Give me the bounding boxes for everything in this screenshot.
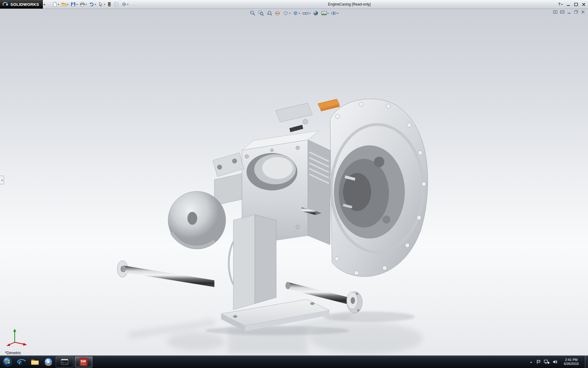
- taskbar-clock[interactable]: 2:41 PM 6/26/2015: [561, 358, 582, 366]
- select-button[interactable]: ▾: [97, 1, 106, 7]
- hide-show-glasses-icon: [302, 10, 309, 16]
- apply-scene-button[interactable]: ▾: [320, 10, 329, 17]
- maximize-button[interactable]: [574, 3, 578, 6]
- feature-manager-collapse-tab[interactable]: ◂: [0, 176, 4, 184]
- svg-text:e: e: [18, 358, 22, 366]
- minimize-button[interactable]: [567, 3, 570, 6]
- undo-icon: [89, 2, 94, 7]
- start-button[interactable]: [1, 356, 15, 368]
- rebuild-button[interactable]: [107, 1, 112, 7]
- coordinate-triad: [5, 327, 28, 347]
- solidworks-icon-year: 2015: [81, 363, 86, 365]
- dropdown-icon[interactable]: ▾: [76, 3, 77, 6]
- dropdown-icon[interactable]: ▾: [299, 12, 300, 15]
- taskbar-internet-explorer[interactable]: e: [15, 356, 28, 368]
- dropdown-icon[interactable]: ▾: [289, 12, 290, 15]
- media-player-icon: [44, 357, 53, 366]
- display-style-icon: [292, 10, 299, 16]
- apply-scene-icon: [321, 10, 327, 16]
- options-button[interactable]: ▾: [121, 1, 129, 7]
- action-center-icon[interactable]: [536, 359, 541, 364]
- dropdown-icon: ▾: [561, 3, 563, 6]
- help-icon: ?: [558, 2, 560, 6]
- zoom-to-area-button[interactable]: [257, 10, 265, 17]
- window-controls: ? ▾: [558, 0, 586, 9]
- view-orientation-button[interactable]: ▾: [282, 10, 291, 17]
- solidworks-menu[interactable]: SOLIDWORKS: [0, 0, 43, 9]
- new-document-icon: [52, 2, 58, 7]
- folder-icon: [30, 357, 40, 366]
- titlebar: SOLIDWORKS ▸ ▾ ▾: [0, 0, 588, 9]
- undo-button[interactable]: ▾: [88, 1, 96, 7]
- pane-icon[interactable]: [553, 10, 557, 14]
- edit-appearance-button[interactable]: [312, 10, 319, 17]
- document-close-button[interactable]: [581, 10, 585, 14]
- view-orientation-cube-icon: [283, 10, 289, 16]
- document-restore-button[interactable]: [574, 10, 578, 14]
- save-icon: [70, 2, 76, 7]
- command-prompt-icon: C:\_: [61, 358, 69, 366]
- dropdown-icon[interactable]: ▾: [58, 3, 59, 6]
- solidworks-window: SOLIDWORKS ▸ ▾ ▾: [0, 0, 588, 368]
- previous-view-button[interactable]: [266, 10, 273, 17]
- view-settings-button[interactable]: ▾: [330, 10, 339, 17]
- solidworks-icon-label: SW: [81, 359, 86, 363]
- zoom-to-area-icon: [258, 10, 264, 16]
- windows-taskbar: e: [0, 355, 588, 368]
- dropdown-icon[interactable]: ▾: [95, 3, 96, 6]
- edit-appearance-sphere-icon: [313, 10, 319, 16]
- file-properties-icon: [114, 2, 119, 7]
- view-settings-eye-icon: [331, 10, 337, 16]
- dropdown-icon[interactable]: ▾: [309, 12, 311, 15]
- command-prompt-label: C:\_: [62, 361, 68, 364]
- show-desktop-button[interactable]: [585, 356, 588, 368]
- dropdown-icon[interactable]: ▾: [67, 3, 68, 6]
- windows-start-orb-icon: [2, 357, 13, 367]
- tray-expand-icon[interactable]: ▲: [529, 361, 533, 363]
- dropdown-icon[interactable]: ▾: [85, 3, 87, 6]
- help-button[interactable]: ? ▾: [558, 2, 563, 6]
- close-button[interactable]: [582, 3, 586, 6]
- dropdown-icon[interactable]: ▾: [327, 12, 329, 15]
- zoom-to-fit-icon: [250, 10, 256, 16]
- section-view-button[interactable]: [274, 10, 281, 17]
- taskbar-command-prompt[interactable]: C:\_: [56, 356, 74, 367]
- menu-expand-icon[interactable]: ▸: [44, 3, 46, 6]
- options-gear-icon: [121, 2, 127, 7]
- open-button[interactable]: ▾: [61, 1, 69, 7]
- engine-casing-geometry: [117, 99, 428, 331]
- document-window-controls: [553, 10, 585, 14]
- graphics-viewport[interactable]: ▾ ▾ ▾: [0, 9, 588, 356]
- document-minimize-button[interactable]: [567, 10, 571, 14]
- dropdown-icon[interactable]: ▾: [127, 3, 128, 6]
- open-folder-icon: [61, 2, 67, 7]
- network-icon[interactable]: [544, 359, 549, 364]
- zoom-to-fit-button[interactable]: [249, 10, 256, 17]
- clock-date: 6/26/2015: [564, 362, 579, 366]
- save-button[interactable]: ▾: [70, 1, 78, 7]
- taskbar-media-player[interactable]: [42, 356, 55, 368]
- collapse-arrow-icon: ◂: [1, 179, 2, 182]
- 3ds-logo-icon: [2, 2, 9, 7]
- quick-access-toolbar: ▾ ▾ ▾: [51, 1, 129, 7]
- hide-show-items-button[interactable]: ▾: [302, 10, 311, 17]
- solidworks-app-icon: SW 2015: [79, 358, 88, 366]
- section-view-icon: [274, 10, 281, 16]
- taskbar-windows-explorer[interactable]: [28, 356, 42, 368]
- internet-explorer-icon: e: [17, 357, 26, 366]
- dropdown-icon[interactable]: ▾: [337, 12, 338, 15]
- print-icon: [80, 2, 85, 7]
- display-style-button[interactable]: ▾: [292, 10, 301, 17]
- previous-view-icon: [266, 10, 272, 16]
- file-properties-button[interactable]: [113, 1, 120, 7]
- view-orientation-label: *Dimetric: [5, 351, 21, 355]
- dropdown-icon[interactable]: ▾: [104, 3, 105, 6]
- volume-icon[interactable]: [552, 359, 558, 364]
- pane-horizontal-icon[interactable]: [560, 10, 564, 14]
- document-title: EngineCasing [Read-only]: [328, 2, 371, 6]
- engine-casing-model[interactable]: [0, 9, 588, 356]
- new-document-button[interactable]: ▾: [51, 1, 60, 7]
- taskbar-solidworks[interactable]: SW 2015: [75, 356, 92, 367]
- print-button[interactable]: ▾: [79, 1, 87, 7]
- select-cursor-icon: [98, 2, 104, 7]
